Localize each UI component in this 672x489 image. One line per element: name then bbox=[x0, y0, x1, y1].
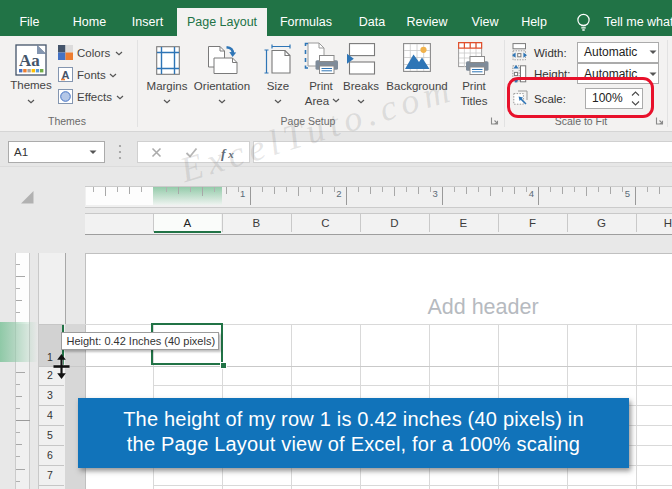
svg-text:Aa: Aa bbox=[19, 51, 40, 70]
svg-text:A: A bbox=[61, 69, 69, 81]
